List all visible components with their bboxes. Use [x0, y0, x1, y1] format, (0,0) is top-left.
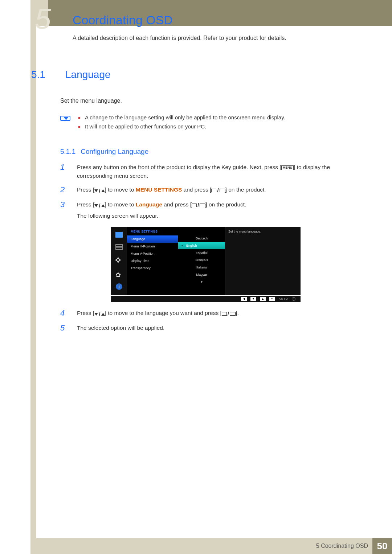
- subsection-number: 5.1.1: [60, 148, 75, 156]
- osd-footer-left-icon: ◀: [241, 297, 247, 301]
- step: 1 Press any button on the front of the p…: [60, 163, 361, 180]
- step-text-part: ] to move to the language you want and p…: [105, 310, 222, 316]
- section-heading: 5.1 Language: [31, 69, 361, 81]
- osd-screenshot: i MENU SETTINGS Language Menu H-Position…: [111, 227, 301, 302]
- step: 4 Press [/] to move to the language you …: [60, 309, 361, 319]
- step-text: Press [/] to move to MENU SETTINGS and p…: [77, 185, 266, 195]
- step-text-part: Press [: [77, 310, 94, 316]
- footer-page-number: 50: [372, 538, 392, 554]
- position-tab-icon: [115, 257, 123, 264]
- step-text: Press any button on the front of the pro…: [77, 163, 361, 180]
- osd-menu-item: Transparency: [127, 264, 178, 272]
- step-text-part: Press any button on the front of the pro…: [77, 164, 281, 170]
- osd-panel: i MENU SETTINGS Language Menu H-Position…: [111, 227, 301, 295]
- osd-language-option: Magyar: [178, 271, 225, 278]
- section-body: 5.1 Language Set the menu language. A ch…: [31, 69, 361, 337]
- down-up-arrows-icon: /: [94, 310, 105, 319]
- osd-menu-column: MENU SETTINGS Language Menu H-Position M…: [127, 227, 178, 295]
- step: 5 The selected option will be applied.: [60, 324, 361, 332]
- down-up-arrows-icon: /: [94, 186, 105, 195]
- list-tab-icon: [115, 244, 123, 250]
- osd-language-option: Deutsch: [178, 235, 225, 242]
- section-title: Language: [65, 69, 111, 81]
- step-text-part: Press [: [77, 186, 94, 193]
- enter-source-icon: /: [192, 201, 205, 210]
- osd-menu-item: Display Time: [127, 257, 178, 264]
- osd-tab-rail: i: [111, 227, 127, 295]
- chapter-number: 5: [35, 4, 50, 33]
- menu-button-glyph: MENU: [281, 165, 294, 170]
- note-icon: [60, 116, 70, 121]
- step-text-part: ] to move to: [105, 186, 136, 193]
- osd-language-option-selected: English: [178, 242, 225, 249]
- osd-menu-item-selected: Language: [127, 235, 178, 243]
- enter-source-icon: /: [222, 309, 236, 318]
- subsection-title: Configuring Language: [81, 148, 148, 156]
- note-list: A change to the language setting will on…: [78, 114, 285, 132]
- step: 2 Press [/] to move to MENU SETTINGS and…: [60, 185, 361, 195]
- footer-chapter-label: 5 Coordinating OSD: [316, 543, 368, 549]
- osd-footer-up-icon: ▲: [260, 297, 266, 301]
- step-text-part: ] to move to: [105, 201, 136, 208]
- osd-footer-down-icon: ▼: [250, 297, 256, 301]
- note-item: It will not be applied to other function…: [78, 123, 285, 130]
- page-subtitle: A detailed description of each function …: [73, 35, 286, 41]
- step-text: Press [/] to move to the language you wa…: [77, 309, 239, 319]
- step: 3 Press [/] to move to Language and pres…: [60, 200, 361, 220]
- osd-language-column: Deutsch English Español Français Italian…: [178, 227, 225, 295]
- step-text: Press [/] to move to Language and press …: [77, 200, 246, 220]
- step-number: 1: [60, 163, 68, 172]
- osd-language-option: Español: [178, 249, 225, 257]
- step-subtext: The following screen will appear.: [77, 212, 246, 220]
- picture-tab-icon: [115, 232, 123, 238]
- page-footer: 5 Coordinating OSD 50: [36, 538, 392, 554]
- step-number: 5: [60, 324, 68, 332]
- osd-language-option: Italiano: [178, 264, 225, 271]
- step-text-part: Press [: [77, 201, 94, 208]
- osd-footer: ◀ ▼ ▲ ↵ AUTO: [111, 295, 301, 302]
- osd-footer-power-icon: [292, 297, 295, 301]
- note-item: A change to the language setting will on…: [78, 114, 285, 120]
- step-text-part: ] on the product.: [205, 201, 246, 208]
- settings-tab-icon: [115, 271, 123, 277]
- subsection-heading: 5.1.1 Configuring Language: [60, 148, 361, 156]
- step-text-part: and press [: [162, 201, 192, 208]
- info-tab-icon: i: [116, 283, 122, 290]
- osd-footer-auto-label: AUTO: [279, 297, 288, 300]
- step-number: 4: [60, 309, 68, 317]
- section-intro: Set the menu language.: [60, 97, 361, 106]
- osd-menu-item: Menu H-Position: [127, 243, 178, 250]
- osd-footer-enter-icon: ↵: [269, 297, 275, 301]
- step-text: The selected option will be applied.: [77, 324, 164, 332]
- section-number: 5.1: [31, 69, 57, 81]
- enter-source-icon: /: [211, 186, 225, 195]
- osd-language-option: Français: [178, 257, 225, 264]
- osd-menu-item: Menu V-Position: [127, 250, 178, 257]
- steps-list: 1 Press any button on the front of the p…: [60, 163, 361, 332]
- note-block: A change to the language setting will on…: [60, 114, 361, 132]
- down-up-arrows-icon: /: [94, 201, 105, 210]
- language-label: Language: [136, 201, 162, 208]
- step-text-part: ] on the product.: [225, 186, 266, 193]
- osd-description: Set the menu language.: [225, 227, 301, 295]
- menu-settings-label: MENU SETTINGS: [136, 186, 182, 193]
- osd-scroll-down-icon: ▼: [178, 278, 225, 286]
- step-number: 3: [60, 200, 68, 209]
- step-number: 2: [60, 185, 68, 194]
- step-text-part: and press [: [182, 186, 211, 193]
- osd-menu-header: MENU SETTINGS: [127, 227, 178, 235]
- page-title: Coordinating OSD: [73, 13, 173, 27]
